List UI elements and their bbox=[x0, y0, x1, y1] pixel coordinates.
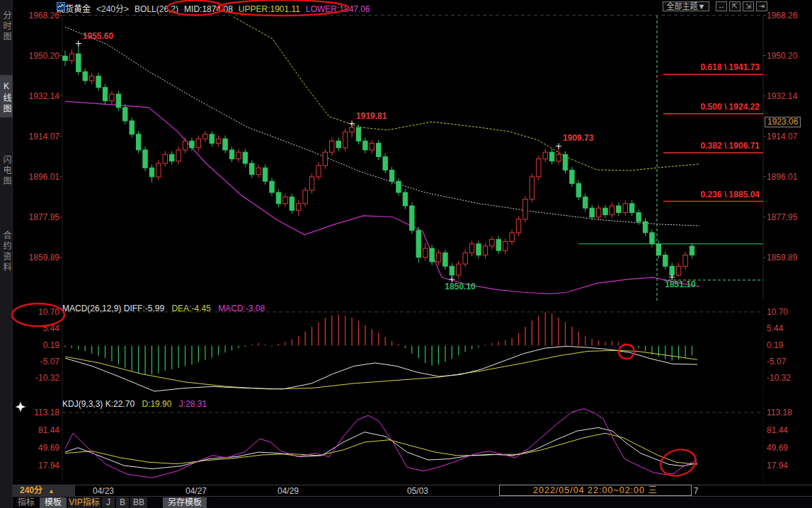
candle-body bbox=[183, 141, 187, 150]
candle-body bbox=[403, 192, 407, 206]
theme-dropdown-button[interactable]: 全部主题▼ bbox=[663, 1, 709, 11]
candle-body bbox=[543, 152, 547, 158]
sidebar-item-lightning-chart[interactable]: 闪电图 bbox=[0, 149, 13, 190]
date-axis-label: 7 bbox=[694, 486, 699, 496]
candle-body bbox=[190, 141, 194, 147]
candle-body bbox=[496, 239, 501, 250]
expand-right-icon[interactable]: ⇥ bbox=[756, 1, 767, 11]
macd-macd-value: MACD:-3.08 bbox=[218, 304, 265, 313]
candle-body bbox=[103, 87, 107, 100]
period-label: <240分> bbox=[96, 4, 129, 14]
candle-body bbox=[229, 150, 234, 159]
candle-body bbox=[583, 197, 588, 208]
toolbar-tab-另存模板[interactable]: 另存模板 bbox=[163, 497, 207, 508]
candle-body bbox=[110, 94, 114, 100]
candle-body bbox=[423, 248, 427, 258]
macd-header: MACD(26,12,9) DIFF:-5.99 DEA:-4.45 MACD:… bbox=[62, 304, 265, 313]
kdj-j-value: J:28.31 bbox=[179, 399, 207, 409]
toolbar-tab-vip-indicator[interactable]: VIP指标 bbox=[68, 497, 101, 508]
candle-body bbox=[263, 168, 267, 181]
candle-body bbox=[617, 206, 621, 212]
macd-dea-line bbox=[65, 350, 697, 389]
candle-body bbox=[309, 177, 314, 190]
candle-body bbox=[530, 177, 534, 200]
chart-canvas[interactable] bbox=[0, 0, 812, 508]
candle-body bbox=[69, 54, 74, 60]
toolbar-tab-模板[interactable]: 模板 bbox=[40, 497, 67, 508]
candle-body bbox=[596, 208, 600, 217]
candle-body bbox=[469, 244, 474, 253]
triangle-up-icon: ▲ bbox=[48, 487, 55, 495]
candle-body bbox=[156, 163, 161, 177]
scale-out-icon[interactable]: ⇲ bbox=[743, 1, 754, 11]
candle-body bbox=[350, 127, 354, 132]
candle-body bbox=[196, 139, 200, 148]
scale-in-icon[interactable]: ⇱ bbox=[729, 1, 740, 11]
candle-body bbox=[483, 246, 487, 255]
time-axis: 240分▲ 2022/05/04 22:00~02:00 三 04/2304/2… bbox=[0, 485, 812, 495]
candle-body bbox=[650, 233, 654, 244]
candle-body bbox=[116, 94, 120, 108]
candle-body bbox=[330, 141, 334, 152]
toolbar-tab-J[interactable]: J bbox=[102, 497, 115, 508]
period-selector-button[interactable]: 240分▲ bbox=[13, 485, 75, 496]
candle-body bbox=[576, 183, 581, 197]
toolbar-tab-指标[interactable]: 指标 bbox=[14, 497, 38, 508]
toolbar-tab-BB[interactable]: BB bbox=[130, 497, 147, 508]
indicator-chart-icon bbox=[57, 2, 65, 11]
candle-body bbox=[276, 192, 280, 204]
extreme-cross-icon bbox=[76, 41, 81, 47]
macd-diff-line bbox=[65, 346, 697, 391]
candle-body bbox=[630, 204, 634, 213]
toolbar-tab-B[interactable]: B bbox=[116, 497, 129, 508]
candle-body bbox=[410, 206, 414, 231]
candle-body bbox=[343, 132, 347, 148]
candle-body bbox=[210, 134, 214, 144]
candle-body bbox=[363, 141, 367, 150]
candle-body bbox=[603, 208, 607, 214]
kdj-k-value: K:22.70 bbox=[105, 399, 135, 409]
candle-body bbox=[463, 253, 467, 264]
candle-body bbox=[96, 76, 101, 88]
candle-body bbox=[130, 121, 134, 134]
extreme-cross-icon bbox=[349, 121, 355, 127]
boll-lower-value: LOWER:1847.06 bbox=[306, 4, 370, 14]
candle-body bbox=[503, 242, 508, 251]
candle-body bbox=[436, 253, 440, 262]
candle-body bbox=[683, 255, 687, 266]
candle-body bbox=[450, 266, 454, 275]
candle-body bbox=[370, 143, 374, 149]
candle-body bbox=[123, 108, 127, 121]
candle-body bbox=[643, 221, 647, 233]
boll-upper-line bbox=[234, 17, 699, 171]
sidebar-item-time-chart[interactable]: 分时图 bbox=[0, 4, 13, 45]
candle-body bbox=[690, 246, 694, 255]
bar-time-tooltip: 2022/05/04 22:00~02:00 三 bbox=[499, 485, 692, 496]
boll-mid-value: MID:1874.08 bbox=[184, 4, 233, 14]
trading-app: { "header": { "symbol": "现货黄金", "period"… bbox=[0, 0, 812, 508]
candle-body bbox=[170, 154, 174, 161]
candle-body bbox=[457, 264, 461, 275]
candle-body bbox=[416, 231, 421, 258]
candle-body bbox=[676, 266, 680, 275]
sidebar-item-kline-chart[interactable]: K线图 bbox=[0, 75, 13, 117]
kdj-header: KDJ(9,3,3) K:22.70 D:19.90 J:28.31 bbox=[62, 399, 207, 409]
candle-body bbox=[303, 190, 307, 204]
candle-body bbox=[149, 168, 154, 177]
candle-body bbox=[476, 244, 481, 255]
boll-mid-line bbox=[65, 27, 699, 226]
candle-body bbox=[670, 266, 674, 275]
candle-body bbox=[383, 156, 387, 170]
candle-body bbox=[356, 127, 360, 141]
candle-body bbox=[623, 204, 627, 213]
sidebar-item-contract-info[interactable]: 合约资料 bbox=[0, 224, 13, 277]
candle-body bbox=[176, 150, 181, 161]
candle-body bbox=[250, 163, 254, 175]
candle-body bbox=[510, 233, 514, 242]
kdj-d-value: D:19.90 bbox=[142, 399, 171, 409]
candle-body bbox=[216, 139, 220, 143]
candle-body bbox=[537, 159, 541, 177]
pan-icon[interactable]: ↔ bbox=[716, 1, 727, 11]
macd-diff-value: DIFF:-5.99 bbox=[124, 304, 164, 313]
kdj-params: KDJ(9,3,3) bbox=[62, 399, 103, 409]
